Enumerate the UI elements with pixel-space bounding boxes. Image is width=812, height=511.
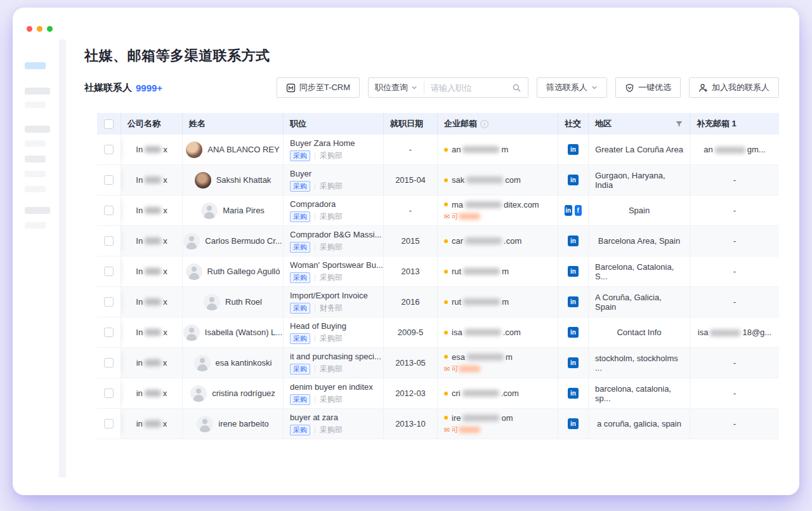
- role-tag: 采购: [290, 242, 310, 253]
- position-cell: Head of Buying 采购 采购部: [284, 317, 384, 347]
- envelope-icon: ✉: [444, 365, 450, 373]
- row-checkbox[interactable]: [104, 236, 114, 246]
- redacted-company-text: [145, 390, 161, 397]
- email-status-dot: [444, 239, 448, 243]
- employment-date-cell: -: [384, 135, 438, 164]
- position-title: it and purchasing speci...: [290, 352, 377, 361]
- toolbar: 社媒联系人 9999+ 同步至T-CRM 职位查询: [84, 77, 779, 98]
- filter-contacts-button[interactable]: 筛选联系人: [537, 77, 607, 98]
- divider: [315, 183, 315, 190]
- table-row[interactable]: inx irene barbeito buyer at zara 采购 采购部 …: [97, 409, 779, 439]
- table-row[interactable]: Inx Carlos Bermudo Cr... Comprador B&G M…: [97, 226, 779, 256]
- redacted-email-text: [462, 390, 499, 397]
- table-row[interactable]: Inx Isabella (Watson) L... Head of Buyin…: [97, 317, 779, 348]
- table-row[interactable]: inx esa kantinkoski it and purchasing sp…: [97, 348, 779, 378]
- linkedin-icon[interactable]: in: [568, 418, 579, 429]
- email-cell: cri.com: [438, 378, 558, 408]
- redacted-email-text: [465, 201, 502, 208]
- employment-date-cell: 2009-5: [384, 317, 438, 347]
- position-query-select[interactable]: 职位查询: [369, 82, 424, 93]
- table-row[interactable]: Inx ANA BLANCO REY Buyer Zara Home 采购 采购…: [97, 135, 779, 165]
- region-cell: Barcelona Area, Spain: [589, 226, 690, 256]
- redacted-badge-text: [459, 213, 480, 220]
- position-title: Buyer: [290, 169, 377, 178]
- header-supp-email: 补充邮箱 1: [690, 113, 779, 135]
- redacted-company-text: [145, 298, 161, 305]
- email-cell: car.com: [438, 226, 558, 256]
- row-checkbox-cell: [97, 409, 121, 439]
- position-cell: Import/Export Invoice 采购 财务部: [284, 287, 384, 317]
- close-window-icon[interactable]: [27, 26, 32, 32]
- department-label: 采购部: [320, 333, 343, 344]
- divider: [315, 427, 315, 434]
- linkedin-icon[interactable]: in: [568, 296, 579, 307]
- role-tag: 采购: [290, 211, 310, 222]
- row-checkbox[interactable]: [104, 328, 114, 337]
- table-row[interactable]: Inx Sakshi Khattak Buyer 采购 采购部 2015-04 …: [97, 165, 779, 196]
- contact-name: Maria Pires: [223, 206, 265, 215]
- linkedin-icon[interactable]: in: [568, 357, 579, 368]
- table-row[interactable]: Inx Ruth Gallego Agulló Woman' Sportswea…: [97, 256, 779, 287]
- sync-to-crm-button[interactable]: 同步至T-CRM: [277, 77, 360, 98]
- contact-name: irene barbeito: [218, 419, 269, 428]
- info-icon[interactable]: i: [480, 120, 488, 128]
- name-cell: Isabella (Watson) L...: [183, 317, 284, 347]
- row-checkbox[interactable]: [104, 419, 114, 428]
- email-deliverable-badge: ✉ 可: [444, 212, 551, 222]
- email-status-dot: [444, 392, 448, 395]
- linkedin-icon[interactable]: in: [568, 266, 579, 277]
- filter-funnel-icon[interactable]: [675, 120, 683, 128]
- divider: [315, 213, 315, 220]
- linkedin-icon[interactable]: in: [568, 327, 579, 338]
- table-row[interactable]: inx cristina rodríguez denim buyer en in…: [97, 378, 779, 409]
- one-click-optimize-button[interactable]: 一键优选: [615, 77, 681, 98]
- email-status-dot: [444, 202, 448, 206]
- supp-email-cell: -: [690, 409, 779, 439]
- facebook-icon[interactable]: f: [575, 205, 582, 216]
- search-icon[interactable]: [512, 83, 521, 93]
- maximize-window-icon[interactable]: [47, 26, 53, 32]
- linkedin-icon[interactable]: in: [568, 236, 579, 246]
- contact-name: Carlos Bermudo Cr...: [205, 236, 282, 246]
- add-to-my-contacts-button[interactable]: 加入我的联系人: [689, 77, 779, 98]
- linkedin-icon[interactable]: in: [568, 144, 579, 155]
- row-checkbox[interactable]: [104, 297, 114, 307]
- row-checkbox[interactable]: [104, 358, 114, 368]
- redacted-company-text: [145, 329, 161, 336]
- row-checkbox[interactable]: [104, 267, 114, 276]
- region-cell: Barcelona, Catalonia, S...: [589, 256, 690, 286]
- table-row[interactable]: Inx Maria Pires Compradora 采购 采购部 - madi…: [97, 196, 779, 226]
- supp-email-cell: isa18@g...: [690, 317, 779, 347]
- sidebar-skeleton-item: [25, 171, 46, 177]
- row-checkbox[interactable]: [104, 206, 114, 215]
- minimize-window-icon[interactable]: [37, 26, 43, 32]
- sidebar-skeleton-item: [25, 222, 46, 229]
- row-checkbox[interactable]: [104, 388, 114, 398]
- department-label: 财务部: [320, 303, 343, 314]
- social-cell: in: [558, 226, 589, 256]
- row-checkbox[interactable]: [104, 145, 114, 154]
- row-checkbox-cell: [97, 378, 121, 408]
- position-cell: Buyer 采购 采购部: [284, 165, 384, 195]
- row-checkbox[interactable]: [104, 175, 114, 185]
- position-search-input[interactable]: [424, 83, 512, 93]
- linkedin-icon[interactable]: in: [568, 175, 579, 185]
- contacts-table: 公司名称 姓名 职位 就职日期 企业邮箱 i 社交 地区 补充邮箱 1: [97, 113, 779, 439]
- position-title: Compradora: [290, 199, 377, 209]
- sidebar-active-item[interactable]: [25, 62, 46, 69]
- contact-avatar: [195, 172, 211, 189]
- social-cell: in: [558, 135, 589, 164]
- table-row[interactable]: Inx Ruth Roel Import/Export Invoice 采购 财…: [97, 287, 779, 317]
- app-window: 社媒、邮箱等多渠道联系方式 社媒联系人 9999+ 同步至T-CRM 职位查询: [13, 8, 799, 495]
- role-tag: 采购: [290, 333, 310, 344]
- position-title: denim buyer en inditex: [290, 382, 377, 392]
- position-cell: Comprador B&G Massi... 采购 采购部: [284, 226, 384, 256]
- sidebar-divider: [59, 39, 66, 477]
- position-title: Import/Export Invoice: [290, 291, 377, 300]
- linkedin-icon[interactable]: in: [565, 205, 572, 216]
- row-checkbox-cell: [97, 287, 121, 317]
- select-all-checkbox[interactable]: [104, 119, 114, 129]
- employment-date-cell: -: [384, 196, 438, 225]
- linkedin-icon[interactable]: in: [568, 388, 579, 399]
- header-date: 就职日期: [384, 113, 438, 135]
